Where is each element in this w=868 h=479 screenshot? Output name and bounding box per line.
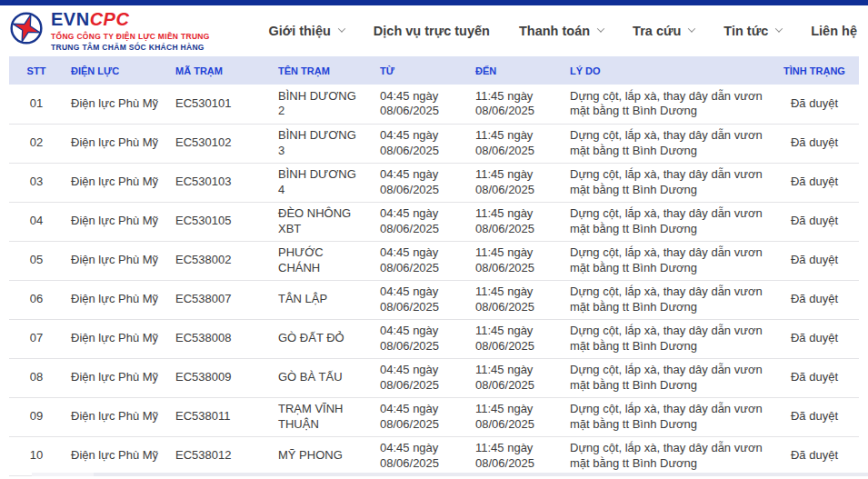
to-datetime-cell: 11:45 ngày 08/06/2025 [468,280,563,319]
station-code-cell: EC530101 [168,85,271,124]
brand-name: EVNCPC [51,10,210,28]
station-code-cell: EC538002 [168,241,271,280]
status-cell: Đã duyệt [770,397,859,436]
station-name-cell: MỸ PHONG [271,436,373,475]
reason-cell: Dựng cột, lắp xà, thay dây dẫn vươn mặt … [563,241,770,280]
reason-cell: Dựng cột, lắp xà, thay dây dẫn vươn mặt … [563,436,770,475]
row-index-cell: 09 [9,397,64,436]
status-cell: Đã duyệt [770,280,859,319]
station-name-cell: BÌNH DƯƠNG 2 [271,85,373,124]
table-row: 07 Điện lực Phù Mỹ EC538008 GÒ ĐẤT ĐỎ 04… [9,319,859,358]
status-cell: Đã duyệt [770,436,859,475]
row-index-cell: 01 [9,85,64,124]
table-row: 08 Điện lực Phù Mỹ EC538009 GÒ BÀ TẤU 04… [9,358,859,397]
power-company-cell: Điện lực Phù Mỹ [64,202,168,241]
reason-cell: Dựng cột, lắp xà, thay dây dẫn vươn mặt … [563,124,770,163]
col-header-den: ĐẾN [468,56,563,85]
status-cell: Đã duyệt [770,85,859,124]
station-name-cell: ĐÈO NHÔNG XBT [271,202,373,241]
nav-item-dich-vu-truc-tuyen[interactable]: Dịch vụ trực tuyến [374,24,490,38]
station-name-cell: TRẠM VĨNH THUẬN [271,397,373,436]
reason-cell: Dựng cột, lắp xà, thay dây dẫn vươn mặt … [563,280,770,319]
status-cell: Đã duyệt [770,163,859,202]
power-company-cell: Điện lực Phù Mỹ [64,124,168,163]
station-name-cell: GÒ BÀ TẤU [271,358,373,397]
nav-item-tra-cuu[interactable]: Tra cứu [633,24,694,38]
nav-item-gioi-thieu[interactable]: Giới thiệu [269,24,344,38]
from-datetime-cell: 04:45 ngày 08/06/2025 [373,397,468,436]
row-index-cell: 08 [9,358,64,397]
col-header-ly-do: LÝ DO [563,56,770,85]
status-cell: Đã duyệt [770,358,859,397]
status-cell: Đã duyệt [770,319,859,358]
station-code-cell: EC530105 [168,202,271,241]
chevron-down-icon [688,25,695,32]
from-datetime-cell: 04:45 ngày 08/06/2025 [373,436,468,475]
power-company-cell: Điện lực Phù Mỹ [64,85,168,124]
outage-table: STT ĐIỆN LỰC MÃ TRẠM TÊN TRẠM TỪ ĐẾN LÝ … [9,56,859,476]
col-header-tu: TỪ [373,56,468,85]
evn-star-icon [9,11,44,45]
horizontal-scrollbar[interactable] [0,473,868,477]
row-index-cell: 05 [9,241,64,280]
status-cell: Đã duyệt [770,124,859,163]
reason-cell: Dựng cột, lắp xà, thay dây dẫn vươn mặt … [563,163,770,202]
nav-item-tin-tuc[interactable]: Tin tức [723,24,782,38]
reason-cell: Dựng cột, lắp xà, thay dây dẫn vươn mặt … [563,319,770,358]
station-name-cell: GÒ ĐẤT ĐỎ [271,319,373,358]
row-index-cell: 04 [9,202,64,241]
site-header: EVNCPC TỔNG CÔNG TY ĐIỆN LỰC MIỀN TRUNG … [0,5,868,56]
chevron-down-icon [338,25,345,32]
table-row: 09 Điện lực Phù Mỹ EC538011 TRẠM VĨNH TH… [9,397,859,436]
col-header-dien-luc: ĐIỆN LỰC [64,56,168,85]
status-cell: Đã duyệt [770,202,859,241]
station-name-cell: PHƯỚC CHÁNH [271,241,373,280]
row-index-cell: 07 [9,319,64,358]
to-datetime-cell: 11:45 ngày 08/06/2025 [468,85,563,124]
logo-subtitle-center: TRUNG TÂM CHĂM SÓC KHÁCH HÀNG [51,43,210,52]
table-header-row: STT ĐIỆN LỰC MÃ TRẠM TÊN TRẠM TỪ ĐẾN LÝ … [9,56,859,85]
reason-cell: Dựng cột, lắp xà, thay dây dẫn vươn mặt … [563,358,770,397]
to-datetime-cell: 11:45 ngày 08/06/2025 [468,124,563,163]
table-row: 01 Điện lực Phù Mỹ EC530101 BÌNH DƯƠNG 2… [9,85,859,124]
scrollbar-track[interactable] [32,473,868,476]
station-code-cell: EC530102 [168,124,271,163]
to-datetime-cell: 11:45 ngày 08/06/2025 [468,436,563,475]
row-index-cell: 02 [9,124,64,163]
power-company-cell: Điện lực Phù Mỹ [64,163,168,202]
reason-cell: Dựng cột, lắp xà, thay dây dẫn vươn mặt … [563,85,770,124]
col-header-ma-tram: MÃ TRẠM [168,56,271,85]
reason-cell: Dựng cột, lắp xà, thay dây dẫn vươn mặt … [563,397,770,436]
from-datetime-cell: 04:45 ngày 08/06/2025 [373,202,468,241]
to-datetime-cell: 11:45 ngày 08/06/2025 [468,241,563,280]
to-datetime-cell: 11:45 ngày 08/06/2025 [468,358,563,397]
chevron-down-icon [775,25,783,32]
main-nav: Giới thiệu Dịch vụ trực tuyến Thanh toán… [269,24,859,38]
to-datetime-cell: 11:45 ngày 08/06/2025 [468,319,563,358]
power-company-cell: Điện lực Phù Mỹ [64,436,168,475]
station-code-cell: EC538007 [168,280,271,319]
nav-item-thanh-toan[interactable]: Thanh toán [519,24,604,38]
station-code-cell: EC538011 [168,397,271,436]
station-name-cell: TÂN LẬP [271,280,373,319]
station-code-cell: EC538008 [168,319,271,358]
table-row: 10 Điện lực Phù Mỹ EC538012 MỸ PHONG 04:… [9,436,859,475]
from-datetime-cell: 04:45 ngày 08/06/2025 [373,319,468,358]
to-datetime-cell: 11:45 ngày 08/06/2025 [468,202,563,241]
col-header-ten-tram: TÊN TRẠM [271,56,373,85]
scrollbar-thumb[interactable] [32,473,94,476]
reason-cell: Dựng cột, lắp xà, thay dây dẫn vươn mặt … [563,202,770,241]
power-company-cell: Điện lực Phù Mỹ [64,397,168,436]
logo[interactable]: EVNCPC TỔNG CÔNG TY ĐIỆN LỰC MIỀN TRUNG … [9,10,210,52]
station-code-cell: EC530103 [168,163,271,202]
col-header-stt: STT [9,56,64,85]
nav-item-lien-he[interactable]: Liên hệ [811,24,857,38]
station-code-cell: EC538012 [168,436,271,475]
station-name-cell: BÌNH DƯƠNG 3 [271,124,373,163]
power-company-cell: Điện lực Phù Mỹ [64,358,168,397]
station-name-cell: BÌNH DƯƠNG 4 [271,163,373,202]
station-code-cell: EC538009 [168,358,271,397]
table-row: 05 Điện lực Phù Mỹ EC538002 PHƯỚC CHÁNH … [9,241,859,280]
from-datetime-cell: 04:45 ngày 08/06/2025 [373,124,468,163]
to-datetime-cell: 11:45 ngày 08/06/2025 [468,397,563,436]
